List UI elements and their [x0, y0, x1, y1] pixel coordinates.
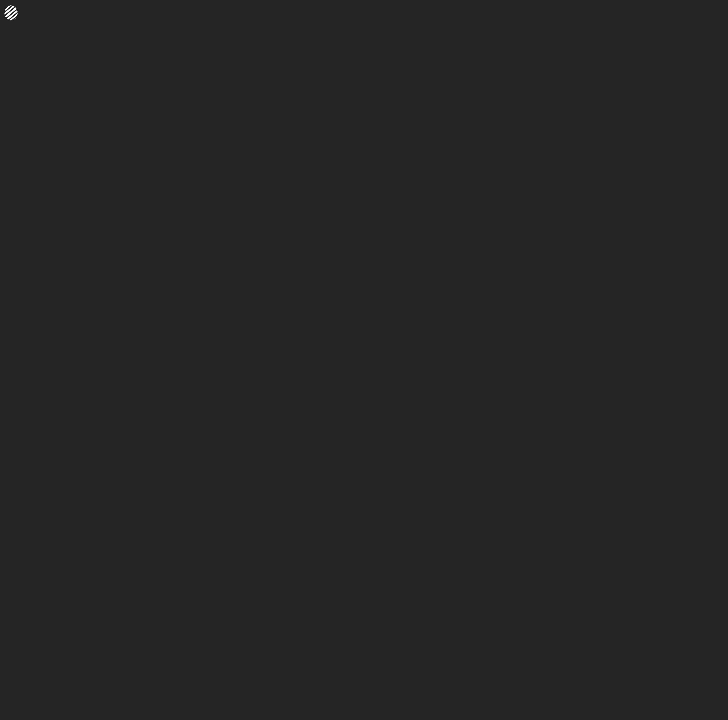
spectrogram-page — [0, 0, 728, 720]
footer — [0, 711, 728, 720]
spectrogram-canvas — [0, 0, 70, 35]
colorbar — [200, 5, 552, 9]
